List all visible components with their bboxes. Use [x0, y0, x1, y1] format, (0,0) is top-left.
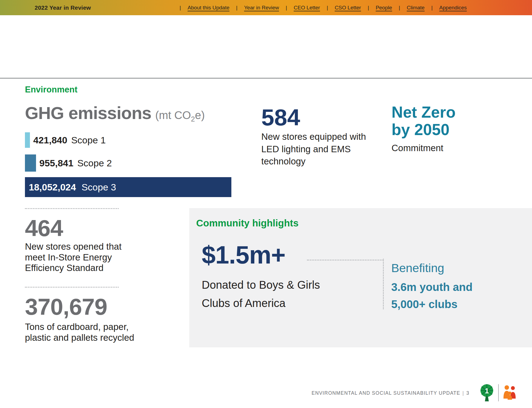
report-title: 2022 Year in Review: [35, 0, 91, 15]
scope3-value: 18,052,024: [29, 182, 76, 193]
nav-separator: |: [399, 5, 400, 11]
scope2-label: Scope 2: [77, 158, 112, 169]
nav-link-about-this-update[interactable]: About this Update: [188, 5, 229, 11]
ghg-bar-row-scope2: 955,841 Scope 2: [25, 154, 112, 172]
nav-link-cso-letter[interactable]: CSO Letter: [335, 5, 361, 11]
footer-label: ENVIRONMENTAL AND SOCIAL SUSTAINABILITY …: [311, 390, 460, 396]
ghg-bar-row-scope1: 421,840 Scope 1: [25, 132, 106, 148]
ghg-bar-row-scope3: 18,052,024 Scope 3: [25, 177, 231, 197]
scope2-value: 955,841: [39, 158, 73, 169]
nav-separator: |: [180, 5, 181, 11]
family-dollar-logo: [502, 383, 518, 402]
stat-464-number: 464: [25, 216, 63, 240]
donation-label: Donated to Boys & Girls Clubs of America: [202, 276, 335, 312]
net-zero-subtitle: Commitment: [392, 143, 443, 153]
net-zero-title: Net Zero by 2050: [392, 104, 472, 138]
scope1-value: 421,840: [33, 135, 67, 146]
nav-link-year-in-review[interactable]: Year in Review: [244, 5, 279, 11]
nav-separator: |: [286, 5, 287, 11]
header-divider: [0, 78, 532, 79]
dotted-divider: [25, 287, 119, 288]
footer-page-number: 3: [466, 390, 469, 396]
ghg-unit: (mt CO2e): [155, 109, 205, 121]
dotted-connector: [307, 260, 382, 260]
nav-link-climate[interactable]: Climate: [407, 5, 424, 11]
benefiting-label: Benefiting: [391, 261, 444, 275]
nav-link-ceo-letter[interactable]: CEO Letter: [294, 5, 320, 11]
dotted-divider: [25, 208, 119, 209]
dollar-tree-logo: 1: [478, 383, 495, 402]
stat-464-label: New stores opened that meet In-Store Ene…: [25, 241, 141, 273]
scope3-bar: 18,052,024 Scope 3: [25, 177, 231, 197]
section-label-environment: Environment: [25, 85, 77, 95]
scope1-bar: [25, 132, 30, 148]
top-bar: 2022 Year in Review | About this Update …: [0, 0, 532, 15]
scope1-label: Scope 1: [71, 135, 106, 146]
donation-amount: $1.5m+: [202, 242, 285, 267]
footer-separator: |: [462, 390, 464, 396]
scope2-bar: [25, 154, 36, 172]
community-heading: Community highlights: [196, 218, 298, 229]
svg-text:1: 1: [485, 387, 489, 395]
stat-recycled-number: 370,679: [25, 295, 107, 318]
scope3-label: Scope 3: [81, 182, 116, 193]
nav-separator: |: [431, 5, 433, 11]
nav-separator: |: [368, 5, 369, 11]
stat-recycled-label: Tons of cardboard, paper, plastic and pa…: [25, 322, 152, 343]
report-page: 2022 Year in Review | About this Update …: [0, 0, 532, 408]
logo-divider: [498, 384, 499, 401]
ghg-title-text: GHG emissions: [25, 103, 151, 123]
nav-link-appendices[interactable]: Appendices: [439, 5, 467, 11]
brand-logos: 1: [478, 383, 518, 402]
ghg-emissions-title: GHG emissions(mt CO2e): [25, 103, 205, 123]
top-nav: | About this Update | Year in Review | C…: [180, 0, 467, 15]
nav-separator: |: [327, 5, 328, 11]
nav-link-people[interactable]: People: [376, 5, 392, 11]
footer-caption: ENVIRONMENTAL AND SOCIAL SUSTAINABILITY …: [311, 390, 469, 396]
nav-separator: |: [236, 5, 237, 11]
stat-584-number: 584: [261, 106, 300, 129]
stat-584-label: New stores equipped with LED lighting an…: [261, 131, 367, 168]
benefiting-value: 3.6m youth and 5,000+ clubs: [391, 278, 497, 313]
dotted-vertical-divider: [383, 259, 384, 309]
